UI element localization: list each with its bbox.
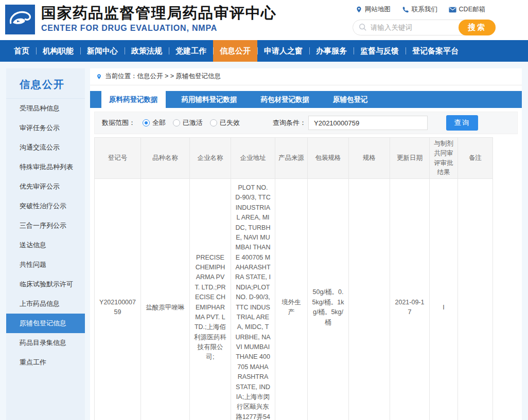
sidebar-item-accepted-varieties[interactable]: 受理品种信息 (6, 99, 85, 118)
sidebar-item-communication[interactable]: 沟通交流公示 (6, 138, 85, 157)
sidebar: 信息公开 受理品种信息 审评任务公示 沟通交流公示 特殊审批品种列表 优先审评公… (6, 68, 85, 420)
sidebar-item-key-work[interactable]: 重点工作 (6, 353, 85, 372)
col-packaging-spec: 包装规格 (308, 138, 349, 179)
nav-item-news[interactable]: 新闻中心 (80, 40, 125, 62)
location-pin-icon (96, 73, 102, 80)
cell-remark (458, 179, 493, 420)
col-remark: 备注 (458, 138, 493, 179)
quick-links: 网站地图 联系我们 CDE邮箱 (353, 5, 497, 14)
site-title: 国家药品监督管理局药品审评中心 (41, 4, 277, 22)
col-variety-name: 品种名称 (141, 138, 190, 179)
breadcrumb: 当前位置：信息公开 > > 原辅包登记信息 (90, 68, 522, 85)
col-company-name: 企业名称 (190, 138, 231, 179)
nav-item-services[interactable]: 办事服务 (309, 40, 354, 62)
sidebar-item-clinical-trial-license[interactable]: 临床试验默示许可 (6, 275, 85, 294)
radio-activated[interactable]: 已激活 (173, 118, 203, 127)
phone-icon (402, 6, 409, 13)
radio-expired[interactable]: 已失效 (210, 118, 240, 127)
header-right: 网站地图 联系我们 CDE邮箱 搜索 (353, 5, 497, 35)
cell-company-address: PLOT NO. D-90/3, TTC INDUSTRIAL AREA, MI… (231, 179, 275, 420)
query-input[interactable] (308, 116, 428, 130)
sidebar-item-priority-review[interactable]: 优先审评公示 (6, 177, 85, 196)
site-subtitle: CENTER FOR DRUG EVALUATION, NMPA (41, 24, 277, 33)
search-button[interactable]: 搜索 (459, 20, 496, 35)
results-table: 登记号 品种名称 企业名称 企业地址 产品来源 包装规格 规格 更新日期 与制剂… (94, 137, 493, 420)
sidebar-item-raw-excipient-packaging[interactable]: 原辅包登记信息 (6, 314, 85, 333)
envelope-icon (449, 7, 456, 13)
header-search: 搜索 (353, 20, 496, 35)
nav-item-party[interactable]: 党建工作 (169, 40, 213, 62)
col-spec: 规格 (349, 138, 390, 179)
sidebar-item-common-issues[interactable]: 共性问题 (6, 255, 85, 275)
main-content: 当前位置：信息公开 > > 原辅包登记信息 原料药登记数据 药用辅料登记数据 药… (90, 68, 522, 420)
quick-link-label: CDE邮箱 (459, 5, 485, 14)
nav-item-feedback[interactable]: 监督与反馈 (354, 40, 406, 62)
cell-registration-no: Y20210000759 (95, 179, 141, 420)
tab-raw-excipient-packaging[interactable]: 原辅包登记 (325, 91, 376, 108)
sidebar-item-drug-catalog[interactable]: 药品目录集信息 (6, 333, 85, 353)
map-pin-icon (356, 6, 362, 13)
title-block: 国家药品监督管理局药品审评中心 CENTER FOR DRUG EVALUATI… (41, 4, 277, 33)
sidebar-item-marketed-drugs[interactable]: 上市药品信息 (6, 294, 85, 314)
cell-product-source: 境外生产 (275, 179, 308, 420)
quick-link-sitemap[interactable]: 网站地图 (356, 5, 391, 14)
radio-checked-icon (143, 119, 150, 126)
radio-unchecked-icon (210, 119, 217, 126)
query-label: 查询条件： (273, 118, 306, 127)
radio-unchecked-icon (173, 119, 180, 126)
tab-bar: 原料药登记数据 药用辅料登记数据 药包材登记数据 原辅包登记 (90, 91, 522, 108)
tab-api-registration[interactable]: 原料药登记数据 (101, 91, 166, 108)
sidebar-item-three-in-one[interactable]: 三合一序列公示 (6, 216, 85, 235)
radio-label: 全部 (152, 118, 166, 127)
filter-bar: 数据范围： 全部 已激活 已失效 查询条件： 查询 (94, 112, 518, 134)
col-product-source: 产品来源 (275, 138, 308, 179)
nav-item-policy[interactable]: 政策法规 (125, 40, 169, 62)
cell-variety-name: 盐酸萘甲唑啉 (141, 179, 190, 420)
cde-logo (5, 5, 35, 34)
nav-item-functions[interactable]: 机构职能 (36, 40, 80, 62)
nav-item-home[interactable]: 首页 (7, 40, 36, 62)
breadcrumb-text: 当前位置：信息公开 > > 原辅包登记信息 (105, 72, 221, 81)
main-nav: 首页 机构职能 新闻中心 政策法规 党建工作 信息公开 申请人之窗 办事服务 监… (0, 40, 528, 62)
cell-update-date: 2021-09-17 (390, 179, 430, 420)
site-header: 国家药品监督管理局药品审评中心 CENTER FOR DRUG EVALUATI… (0, 0, 528, 40)
quick-link-contact[interactable]: 联系我们 (402, 5, 437, 14)
radio-label: 已失效 (220, 118, 240, 127)
tab-packaging-registration[interactable]: 药包材登记数据 (253, 91, 318, 108)
cell-company-name: PRECISE CHEMIPHARMA PVT. LTD.;PRECISE CH… (190, 179, 231, 420)
col-company-address: 企业地址 (231, 138, 275, 179)
quick-link-label: 网站地图 (365, 5, 391, 14)
quick-link-label: 联系我们 (412, 5, 437, 14)
quick-link-mailbox[interactable]: CDE邮箱 (449, 5, 485, 14)
tab-excipient-registration[interactable]: 药用辅料登记数据 (174, 91, 245, 108)
sidebar-item-review-tasks[interactable]: 审评任务公示 (6, 118, 85, 138)
page-body: 信息公开 受理品种信息 审评任务公示 沟通交流公示 特殊审批品种列表 优先审评公… (0, 62, 528, 413)
query-button[interactable]: 查询 (446, 115, 478, 131)
nav-item-info-disclosure[interactable]: 信息公开 (213, 40, 257, 62)
sidebar-item-breakthrough-therapy[interactable]: 突破性治疗公示 (6, 196, 85, 216)
col-registration-no: 登记号 (95, 138, 141, 179)
radio-all[interactable]: 全部 (143, 118, 166, 127)
sidebar-item-special-approval[interactable]: 特殊审批品种列表 (6, 157, 85, 177)
search-icon (359, 23, 367, 33)
nav-item-registration-platform[interactable]: 登记备案平台 (406, 40, 465, 62)
radio-label: 已激活 (183, 118, 203, 127)
col-joint-review-result: 与制剂共同审评审批结果 (430, 138, 458, 179)
cell-spec (349, 179, 390, 420)
cell-joint-review-result: I (430, 179, 458, 420)
cell-packaging-spec: 50g/桶。0.5kg/桶。1kg/桶。5kg/桶 (308, 179, 349, 420)
sidebar-title: 信息公开 (6, 68, 85, 99)
sidebar-item-delivery-info[interactable]: 送达信息 (6, 235, 85, 255)
nav-item-applicant[interactable]: 申请人之窗 (257, 40, 309, 62)
table-header-row: 登记号 品种名称 企业名称 企业地址 产品来源 包装规格 规格 更新日期 与制剂… (95, 138, 493, 179)
cde-logo-icon (5, 5, 35, 34)
table-row: Y20210000759 盐酸萘甲唑啉 PRECISE CHEMIPHARMA … (95, 179, 493, 420)
scope-label: 数据范围： (102, 118, 135, 127)
col-update-date: 更新日期 (390, 138, 430, 179)
